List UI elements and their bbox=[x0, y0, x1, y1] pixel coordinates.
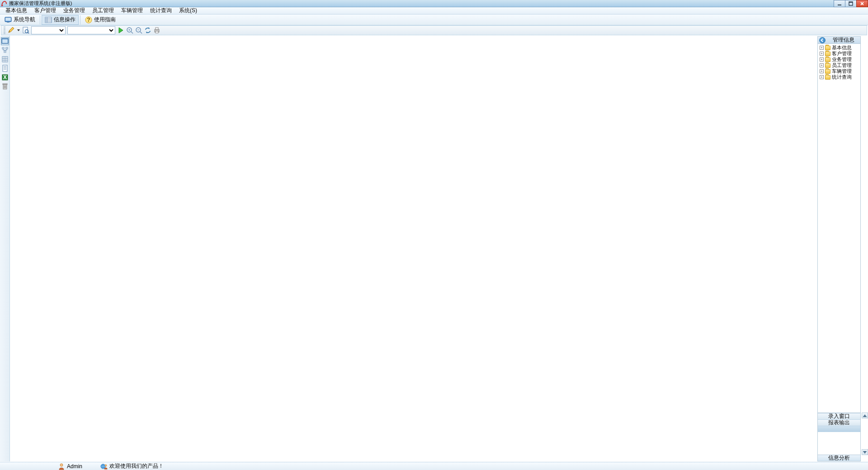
titlebar: 搬家保洁管理系统(非注册版) bbox=[0, 0, 868, 7]
field-combo[interactable] bbox=[31, 26, 66, 34]
svg-point-50 bbox=[105, 465, 107, 466]
toolbar-main: 系统导航 信息操作 ? 使用指南 bbox=[0, 14, 868, 25]
menu-stats[interactable]: 统计查询 bbox=[146, 7, 175, 14]
svg-line-16 bbox=[28, 33, 29, 34]
svg-rect-3 bbox=[849, 2, 853, 3]
nav-button[interactable]: 系统导航 bbox=[1, 15, 38, 25]
expand-icon[interactable]: + bbox=[820, 46, 824, 50]
folder-icon bbox=[825, 75, 830, 80]
statusbar: Admin 欢迎使用我们的产品！ bbox=[0, 462, 868, 470]
guide-label: 使用指南 bbox=[94, 16, 116, 24]
expand-icon[interactable]: + bbox=[820, 75, 824, 79]
status-welcome: 欢迎使用我们的产品！ bbox=[100, 462, 164, 470]
view-window-icon[interactable] bbox=[1, 37, 9, 45]
svg-rect-29 bbox=[2, 47, 4, 49]
svg-rect-28 bbox=[2, 39, 8, 43]
svg-text:X: X bbox=[3, 74, 6, 81]
svg-rect-30 bbox=[6, 47, 8, 49]
status-user-label: Admin bbox=[67, 463, 82, 470]
svg-rect-31 bbox=[4, 51, 6, 52]
globe-user-icon bbox=[100, 463, 108, 470]
status-user: Admin bbox=[58, 463, 82, 470]
svg-rect-32 bbox=[2, 57, 8, 62]
value-combo[interactable] bbox=[67, 26, 115, 34]
svg-rect-37 bbox=[3, 65, 7, 71]
folder-icon bbox=[825, 46, 830, 50]
analysis-bar[interactable]: 信息分析 bbox=[818, 455, 860, 461]
maximize-button[interactable] bbox=[845, 0, 857, 7]
view-excel-icon[interactable]: X bbox=[1, 73, 9, 81]
right-panel-tabs: 录入窗口 报表输出 bbox=[818, 413, 860, 432]
help-icon: ? bbox=[85, 16, 92, 24]
expand-icon[interactable]: + bbox=[820, 63, 824, 67]
zoom-out-icon[interactable] bbox=[135, 27, 142, 34]
edit-icon[interactable] bbox=[8, 27, 15, 34]
user-icon bbox=[58, 463, 65, 470]
main-area: X 管理信息 +基本信息 +客户管理 +业务管理 +员工管理 +车辆管理 +统计… bbox=[0, 36, 868, 461]
view-grid-icon[interactable] bbox=[1, 55, 9, 63]
view-tree-icon[interactable] bbox=[1, 46, 9, 54]
folder-icon bbox=[825, 63, 830, 68]
guide-button[interactable]: ? 使用指南 bbox=[82, 15, 119, 25]
expand-icon[interactable]: + bbox=[820, 52, 824, 56]
run-icon[interactable] bbox=[117, 27, 124, 34]
tab-report[interactable]: 报表输出 bbox=[818, 419, 860, 426]
grip-handle[interactable] bbox=[4, 27, 5, 34]
svg-line-18 bbox=[131, 32, 133, 33]
close-button[interactable] bbox=[856, 0, 868, 7]
view-doc-icon[interactable] bbox=[1, 64, 9, 72]
right-panel: 管理信息 +基本信息 +客户管理 +业务管理 +员工管理 +车辆管理 +统计查询… bbox=[817, 36, 861, 461]
print-icon[interactable] bbox=[153, 27, 160, 34]
left-toolbar: X bbox=[0, 36, 10, 461]
content-area bbox=[10, 36, 817, 461]
menu-vehicle[interactable]: 车辆管理 bbox=[118, 7, 146, 14]
tab-blank[interactable] bbox=[818, 426, 860, 432]
monitor-icon bbox=[5, 16, 12, 24]
expand-icon[interactable]: + bbox=[820, 69, 824, 73]
svg-rect-25 bbox=[156, 28, 158, 29]
right-panel-header: 管理信息 bbox=[818, 37, 860, 44]
folder-icon bbox=[825, 52, 830, 56]
tree-view: +基本信息 +客户管理 +业务管理 +员工管理 +车辆管理 +统计查询 bbox=[818, 44, 860, 413]
svg-rect-5 bbox=[5, 18, 11, 21]
menu-staff[interactable]: 员工管理 bbox=[89, 7, 118, 14]
svg-rect-1 bbox=[838, 5, 841, 5]
app-icon bbox=[1, 0, 7, 7]
back-circle-icon[interactable] bbox=[819, 37, 826, 43]
svg-rect-6 bbox=[7, 22, 9, 23]
preview-icon[interactable] bbox=[22, 27, 29, 34]
scroll-down-button[interactable] bbox=[862, 449, 868, 455]
svg-rect-26 bbox=[156, 31, 158, 33]
svg-point-48 bbox=[60, 464, 63, 466]
scroll-up-button[interactable] bbox=[862, 413, 868, 418]
tree-label: 统计查询 bbox=[832, 74, 852, 81]
menu-business[interactable]: 业务管理 bbox=[60, 7, 89, 14]
toolbar-search bbox=[1, 25, 867, 35]
right-panel-title: 管理信息 bbox=[827, 36, 860, 44]
tab-entry[interactable]: 录入窗口 bbox=[818, 413, 860, 419]
window-buttons bbox=[834, 0, 868, 7]
tree-item-stats[interactable]: +统计查询 bbox=[818, 74, 860, 80]
svg-rect-44 bbox=[3, 84, 7, 85]
zoom-in-icon[interactable] bbox=[126, 27, 133, 34]
info-ops-label: 信息操作 bbox=[54, 16, 75, 24]
view-delete-icon[interactable] bbox=[1, 82, 9, 90]
refresh-icon[interactable] bbox=[144, 27, 151, 34]
menu-basic-info[interactable]: 基本信息 bbox=[2, 7, 31, 14]
svg-line-22 bbox=[140, 32, 142, 33]
separator bbox=[80, 15, 80, 24]
info-ops-button[interactable]: 信息操作 bbox=[42, 15, 79, 25]
status-welcome-label: 欢迎使用我们的产品！ bbox=[109, 462, 164, 470]
folder-icon bbox=[825, 57, 830, 62]
menubar: 基本信息 客户管理 业务管理 员工管理 车辆管理 统计查询 系统(S) bbox=[0, 7, 868, 14]
window-title: 搬家保洁管理系统(非注册版) bbox=[9, 0, 72, 7]
menu-system[interactable]: 系统(S) bbox=[175, 7, 201, 14]
table-icon bbox=[45, 16, 52, 24]
svg-point-0 bbox=[2, 5, 3, 6]
folder-icon bbox=[825, 69, 830, 74]
menu-customer[interactable]: 客户管理 bbox=[31, 7, 60, 14]
expand-icon[interactable]: + bbox=[820, 57, 824, 62]
minimize-button[interactable] bbox=[834, 0, 845, 7]
dropdown-arrow-icon[interactable] bbox=[17, 29, 20, 31]
nav-label: 系统导航 bbox=[14, 16, 35, 24]
